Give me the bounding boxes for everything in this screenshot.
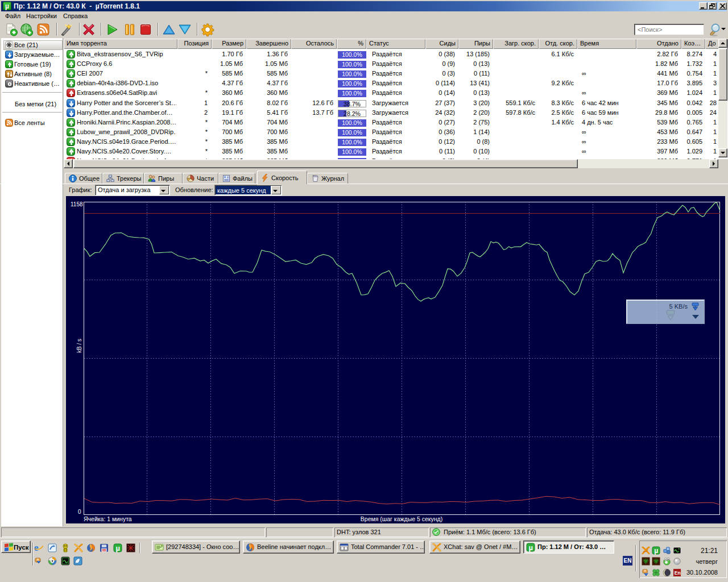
- svg-text:µ: µ: [528, 543, 533, 552]
- svg-text:µ: µ: [115, 544, 120, 552]
- svg-text:En: En: [675, 570, 681, 576]
- svg-text:µ: µ: [654, 547, 658, 555]
